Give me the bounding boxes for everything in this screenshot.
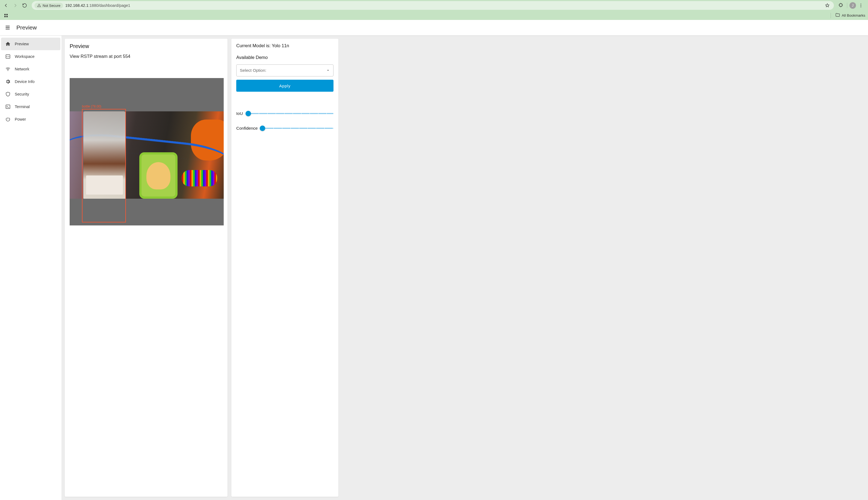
demo-select[interactable]: Select Option:	[236, 65, 333, 77]
preview-subtitle: View RSTP stream at port 554	[70, 54, 223, 59]
warning-icon	[37, 3, 41, 7]
svg-point-0	[861, 3, 861, 4]
sidebar-item-label: Security	[15, 92, 29, 96]
forward-button[interactable]	[11, 2, 19, 9]
power-icon	[5, 116, 11, 122]
video-stream: bottle (78.00)	[70, 78, 224, 225]
page-title: Preview	[16, 24, 37, 31]
chrome-menu-button[interactable]	[857, 2, 865, 9]
confidence-slider[interactable]	[260, 126, 333, 131]
svg-rect-3	[4, 14, 6, 15]
apply-button[interactable]: Apply	[236, 80, 333, 92]
sidebar-item-label: Power	[15, 117, 26, 122]
browser-chrome: Not Secure 192.168.42.1:1880/dashboard/p…	[0, 0, 868, 20]
hamburger-icon	[5, 25, 11, 31]
svg-rect-9	[6, 105, 10, 109]
terminal-icon	[5, 104, 11, 110]
code-box-icon	[5, 54, 11, 59]
svg-point-2	[861, 7, 861, 7]
wifi-icon	[5, 66, 11, 72]
confidence-slider-label: Confidence	[236, 126, 258, 131]
sidebar-item-label: Terminal	[15, 104, 30, 109]
home-icon	[5, 41, 11, 47]
sidebar-item-terminal[interactable]: Terminal	[1, 100, 60, 113]
star-icon	[825, 3, 830, 8]
available-demo-label: Available Demo	[236, 55, 333, 60]
shield-icon	[5, 91, 11, 97]
chevron-down-icon	[326, 68, 330, 72]
svg-point-8	[8, 70, 8, 71]
sidebar-item-device-info[interactable]: Device Info	[1, 75, 60, 88]
tab-search-button[interactable]	[3, 12, 9, 19]
svg-rect-6	[6, 16, 8, 17]
sidebar-item-label: Workspace	[15, 54, 34, 59]
url-text: 192.168.42.1:1880/dashboard/page1	[65, 3, 130, 8]
profile-avatar[interactable]: J	[849, 2, 856, 9]
reload-button[interactable]	[21, 2, 29, 9]
sidebar-item-preview[interactable]: Preview	[1, 38, 60, 50]
not-secure-chip[interactable]: Not Secure	[34, 3, 63, 9]
preview-card: Preview View RSTP stream at port 554 bot…	[65, 39, 227, 497]
sidebar-item-label: Network	[15, 67, 29, 71]
preview-title: Preview	[70, 43, 223, 49]
sidebar-item-label: Preview	[15, 42, 29, 46]
detection-label: bottle (78.00)	[82, 104, 101, 109]
folder-icon	[835, 13, 840, 18]
content-area: Preview View RSTP stream at port 554 bot…	[62, 35, 868, 500]
sidebar-item-label: Device Info	[15, 79, 35, 84]
sidebar: Preview Workspace Network Device Info Se…	[0, 35, 62, 500]
menu-button[interactable]	[4, 24, 11, 31]
puzzle-icon	[838, 3, 843, 8]
svg-rect-5	[4, 16, 6, 17]
app-header: Preview	[0, 20, 868, 35]
extensions-button[interactable]	[837, 2, 845, 9]
kebab-icon	[858, 3, 863, 8]
not-secure-label: Not Secure	[43, 3, 60, 8]
sidebar-item-workspace[interactable]: Workspace	[1, 50, 60, 63]
controls-card: Current Model is: Yolo 11n Available Dem…	[231, 39, 338, 497]
select-placeholder: Select Option:	[240, 68, 266, 73]
back-button[interactable]	[2, 2, 10, 9]
detection-box: bottle (78.00)	[82, 109, 126, 223]
iou-slider-label: IoU	[236, 111, 243, 116]
sidebar-item-security[interactable]: Security	[1, 88, 60, 100]
bookmark-star-button[interactable]	[823, 2, 831, 9]
all-bookmarks-button[interactable]: All Bookmarks	[842, 13, 865, 18]
gear-icon	[5, 79, 11, 84]
address-bar[interactable]: Not Secure 192.168.42.1:1880/dashboard/p…	[32, 1, 834, 10]
iou-slider[interactable]	[246, 111, 333, 116]
current-model-line: Current Model is: Yolo 11n	[236, 43, 333, 48]
grid-icon	[4, 13, 8, 18]
svg-point-1	[861, 5, 861, 6]
sidebar-item-network[interactable]: Network	[1, 63, 60, 75]
svg-rect-4	[6, 14, 8, 15]
sidebar-item-power[interactable]: Power	[1, 113, 60, 126]
